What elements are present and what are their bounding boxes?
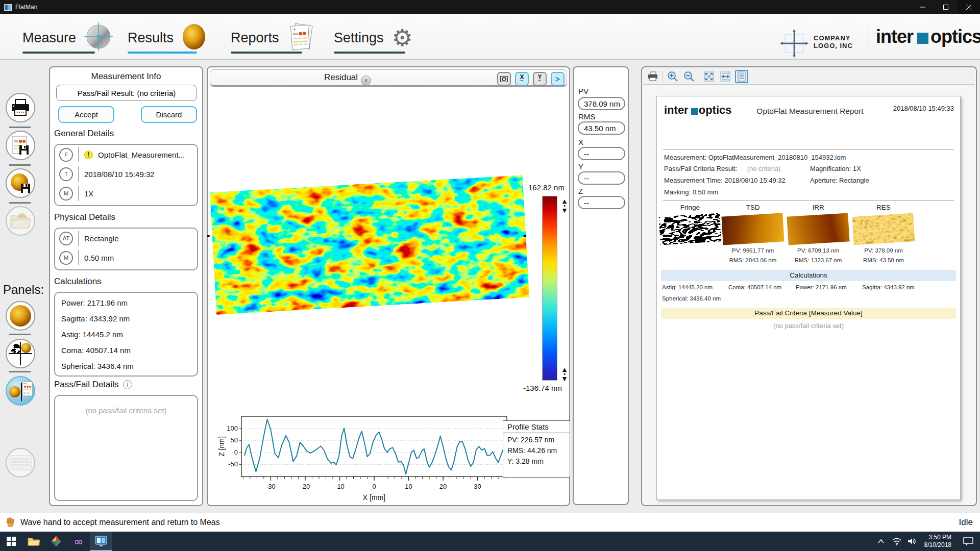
save-surface-icon xyxy=(10,172,31,194)
res-header: RES xyxy=(853,204,914,211)
tab-reports[interactable]: Reports xyxy=(231,21,315,55)
report-calc-power: Power: 2171.96 nm xyxy=(796,284,847,290)
taskbar-clock[interactable]: 3:50 PM 8/10/2018 xyxy=(924,534,951,549)
x-tick-label: 0 xyxy=(372,483,376,490)
chevron-down-icon[interactable]: ∨ xyxy=(361,76,371,86)
info-icon[interactable]: i xyxy=(123,380,132,389)
tsd-header: TSD xyxy=(722,204,783,211)
status-state: Idle xyxy=(959,517,973,528)
colorbar-min-spinner[interactable]: ▲•▼ xyxy=(560,367,569,381)
cross-section-left-handle[interactable]: ► xyxy=(207,233,211,238)
action-center-icon[interactable] xyxy=(963,537,974,546)
flatman-window: FlatMan Measure Results Reports xyxy=(0,0,980,551)
profile-chart[interactable]: 100500-50-30-20-100102030X [mm]Z [nm] xyxy=(217,412,523,504)
viewer-header: Residual∨ O X~ Y~ > xyxy=(210,69,567,87)
report-panel: interoptics OptoFlat Measurement Report … xyxy=(641,66,977,506)
irr-pv: PV: 6709.13 nm xyxy=(788,247,849,254)
wifi-icon[interactable] xyxy=(892,537,902,545)
x-tick-label: 30 xyxy=(474,483,481,490)
calc-astig: Astig: 14445.2 nm xyxy=(55,327,197,342)
y-profile-button[interactable]: Y~ xyxy=(533,72,547,86)
panel-surface-button[interactable] xyxy=(6,301,35,331)
tab-results[interactable]: Results xyxy=(128,21,206,55)
aperture-value: Rectangle xyxy=(84,234,119,243)
brand-divider xyxy=(869,22,869,54)
discard-button[interactable]: Discard xyxy=(141,106,197,123)
panel-results-button[interactable] xyxy=(6,376,35,406)
file-explorer-button[interactable] xyxy=(22,532,45,551)
print-button[interactable] xyxy=(6,93,35,122)
save-report-button[interactable] xyxy=(6,131,35,160)
panel-table-button[interactable] xyxy=(6,448,35,478)
calc-power: Power: 2171.96 nm xyxy=(55,295,197,311)
report-calculations-bar: Calculations xyxy=(661,270,956,281)
tab-settings[interactable]: Settings ⚙ xyxy=(334,21,413,55)
visual-studio-button[interactable]: ∞ xyxy=(67,532,90,551)
passfail-details-card: (no pass/fail criteria set) xyxy=(54,395,198,501)
save-measurement-button[interactable] xyxy=(6,168,35,198)
measure-disc-icon xyxy=(84,22,113,53)
readouts-panel: PV 378.09 nm RMS 43.50 nm X -- Y -- Z -- xyxy=(573,66,629,505)
fringe-header: Fringe xyxy=(659,204,721,211)
passfail-empty-text: (no pass/fail criteria set) xyxy=(55,406,197,415)
fit-width-icon xyxy=(720,71,730,82)
zoom-in-button[interactable] xyxy=(666,70,679,83)
circle-mask-button[interactable]: O xyxy=(497,72,511,86)
brand-square-icon xyxy=(917,33,928,44)
maximize-button[interactable] xyxy=(934,0,957,14)
taskbar-time: 3:50 PM xyxy=(924,534,951,541)
fit-page-button[interactable] xyxy=(702,70,716,83)
minimize-button[interactable] xyxy=(911,0,934,14)
title-bar: FlatMan xyxy=(0,0,980,14)
report-aperture: Aperture: Rectangle xyxy=(810,177,869,184)
fit-page-icon xyxy=(704,71,714,82)
next-button[interactable]: > xyxy=(551,72,565,86)
tab-reports-label: Reports xyxy=(231,30,279,46)
calculations-heading: Calculations xyxy=(54,277,102,287)
crosshair-logo-icon xyxy=(780,29,808,58)
x-tick-label: -30 xyxy=(266,483,276,490)
report-print-button[interactable] xyxy=(646,70,659,83)
profile-y: Y: 3.28 mm xyxy=(503,455,570,465)
start-button[interactable] xyxy=(0,532,22,551)
cross-section-line[interactable] xyxy=(208,236,526,236)
report-measurement-line: Measurement: OptoFlatMeasurement_2018081… xyxy=(664,154,846,161)
full-page-button[interactable] xyxy=(735,70,748,83)
flatman-taskbar-button[interactable] xyxy=(90,532,112,551)
fit-width-button[interactable] xyxy=(719,70,732,83)
masking-value: 0.50 mm xyxy=(84,254,114,262)
taskbar-app-diamond-button[interactable] xyxy=(45,532,67,551)
reports-doc-icon xyxy=(287,22,315,53)
printer-icon xyxy=(10,98,31,117)
tab-measure[interactable]: Measure xyxy=(22,21,113,55)
x-profile-button[interactable]: X~ xyxy=(515,72,529,86)
residual-viewer-panel: Residual∨ O X~ Y~ > ► ◄ 162.82 nm -136.7… xyxy=(207,66,570,506)
irr-thumbnail xyxy=(787,213,849,245)
tray-expand-icon[interactable] xyxy=(877,539,885,544)
cross-section-right-handle[interactable]: ◄ xyxy=(522,233,526,238)
physical-details-heading: Physical Details xyxy=(54,212,115,222)
zoom-out-button[interactable] xyxy=(682,70,696,83)
report-timestamp: 2018/08/10 15:49:33 xyxy=(893,105,954,112)
res-pv: PV: 378.09 nm xyxy=(853,247,914,254)
y-tick-label: 50 xyxy=(231,436,238,444)
volume-icon[interactable] xyxy=(907,537,917,545)
viewer-mode[interactable]: Residual∨ xyxy=(210,72,485,86)
report-logo: interoptics xyxy=(664,104,731,117)
residual-heatmap[interactable] xyxy=(210,175,529,315)
close-button[interactable] xyxy=(957,0,980,14)
rail-separator xyxy=(9,127,31,128)
open-folder-button[interactable] xyxy=(6,206,35,236)
res-rms: RMS: 43.50 nm xyxy=(853,257,914,263)
file-badge: F xyxy=(59,148,73,162)
colorbar-max-label: 162.82 nm xyxy=(528,183,565,192)
colorbar-max-spinner[interactable]: ▲•▼ xyxy=(560,199,569,213)
report-magnification: Magnification: 1X xyxy=(810,165,861,172)
masking-row: M 0.50 mm xyxy=(55,248,197,267)
passfail-result-button[interactable]: Pass/Fail Result: (no criteria) xyxy=(56,85,197,101)
y-tick-label: 0 xyxy=(234,448,238,456)
panel-quad-button[interactable] xyxy=(6,339,35,368)
diamond-app-icon xyxy=(51,536,62,547)
accept-button[interactable]: Accept xyxy=(58,106,114,123)
tab-results-label: Results xyxy=(128,30,174,46)
